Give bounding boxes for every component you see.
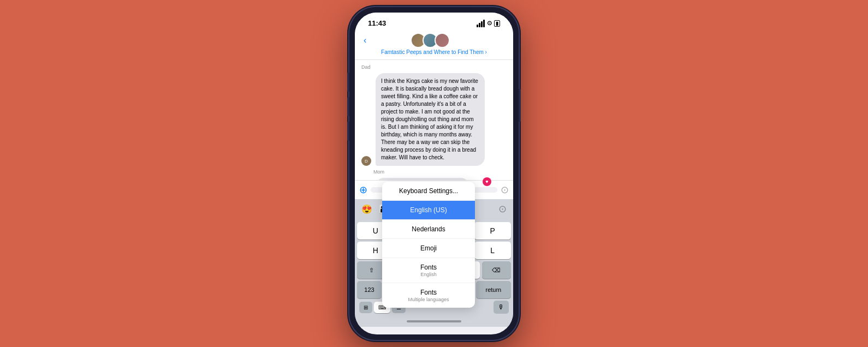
message-row-2: Du paid off my staircase and gave ♥ <box>361 178 507 180</box>
key-l[interactable]: L <box>474 242 512 259</box>
dropdown-item-nederlands[interactable]: Nederlands <box>382 220 475 239</box>
avatar-3 <box>435 33 450 48</box>
message-bubble-1: I think the Kings cake is my new favorit… <box>376 73 485 166</box>
key-return[interactable]: return <box>476 281 511 298</box>
chat-area: Dad D I think the Kings cake is my new f… <box>355 60 513 180</box>
reaction-heart: ♥ <box>483 177 491 180</box>
home-indicator <box>407 320 461 322</box>
nav-bar: ‹ Famtastic Peeps and Where to Find Them… <box>355 29 513 60</box>
dropdown-item-keyboard-settings[interactable]: Keyboard Settings... <box>382 182 475 201</box>
message-row-1: D I think the Kings cake is my new favor… <box>361 73 507 166</box>
dropdown-item-fonts-english[interactable]: Fonts English <box>382 258 475 283</box>
phone-body: 11:43 ⊙ ▮ ‹ <box>349 7 519 340</box>
message-bubble-2: Du paid off my staircase and gave <box>376 178 469 180</box>
dropdown-item-emoji[interactable]: Emoji <box>382 239 475 258</box>
back-button[interactable]: ‹ <box>364 35 366 45</box>
key-123[interactable]: 123 <box>357 281 382 298</box>
avatar-dad: D <box>361 156 371 166</box>
kb-btn-grid[interactable]: ⊞ <box>359 302 372 313</box>
group-avatars <box>411 33 450 48</box>
sender-dad-label: Dad <box>361 64 507 70</box>
mic-button[interactable]: 🎙 <box>494 301 509 314</box>
home-area <box>355 318 513 327</box>
dictation-icon[interactable]: ⊙ <box>498 203 507 215</box>
battery-icon: ▮ <box>494 20 500 27</box>
emoji-1[interactable]: 😍 <box>359 201 374 217</box>
phone-screen: 11:43 ⊙ ▮ ‹ <box>355 13 513 334</box>
signal-icon <box>477 20 485 27</box>
mic-small-icon[interactable]: ⊙ <box>501 184 509 196</box>
status-icons: ⊙ ▮ <box>477 20 500 27</box>
dropdown-item-english-us[interactable]: English (US) <box>382 201 475 220</box>
key-p[interactable]: P <box>474 222 512 240</box>
group-name[interactable]: Famtastic Peeps and Where to Find Them › <box>381 49 487 55</box>
key-delete[interactable]: ⌫ <box>482 261 511 279</box>
dropdown-menu: Keyboard Settings... English (US) Nederl… <box>382 182 475 308</box>
wifi-icon: ⊙ <box>487 20 492 27</box>
status-bar: 11:43 ⊙ ▮ <box>355 13 513 29</box>
apps-icon[interactable]: ⊕ <box>359 184 367 196</box>
status-time: 11:43 <box>368 19 386 27</box>
sender-mom-label: Mom <box>373 169 507 175</box>
phone-mockup: 11:43 ⊙ ▮ ‹ <box>349 7 519 340</box>
dropdown-item-fonts-multilang[interactable]: Fonts Multiple languages <box>382 283 475 308</box>
